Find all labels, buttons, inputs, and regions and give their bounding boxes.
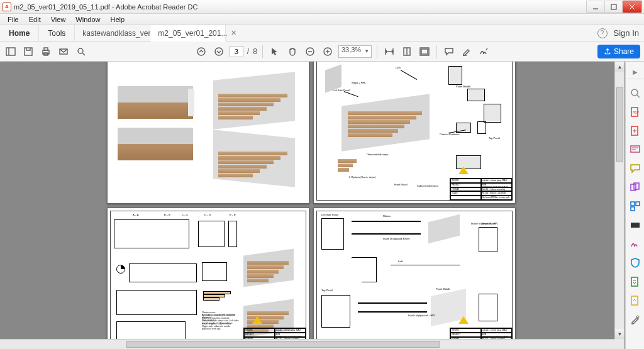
svg-rect-6 (25, 48, 32, 55)
title-block: DESIGNoutside – interior spray 33A'd PRO… (450, 178, 513, 201)
app-tab-bar: Home Tools kastewandklass_ver... m2_05_v… (0, 25, 644, 42)
tools-rail: ▶ PDF (625, 62, 644, 349)
page-number-input[interactable] (230, 46, 243, 57)
work-area: Lath Left Side Panel Steps + HPL Panel M… (0, 62, 644, 349)
email-button[interactable] (57, 45, 70, 58)
sign-button[interactable] (477, 45, 491, 58)
more-tools-icon[interactable] (629, 313, 641, 326)
svg-rect-1 (611, 4, 616, 9)
toolbar-divider (436, 45, 437, 58)
hand-tool-button[interactable] (286, 45, 299, 58)
svg-rect-45 (631, 277, 638, 286)
pointer-tool-button[interactable] (268, 45, 282, 58)
page-grid: Lath Left Side Panel Steps + HPL Panel M… (107, 62, 516, 349)
rail-collapse-button[interactable]: ▶ (626, 65, 644, 79)
fit-width-button[interactable] (382, 45, 396, 58)
create-pdf-icon[interactable] (629, 125, 641, 137)
sign-in-link[interactable]: Sign In (614, 28, 639, 38)
menu-help[interactable]: Help (105, 16, 130, 23)
protect-icon[interactable] (629, 257, 641, 269)
svg-line-30 (637, 95, 640, 97)
page-up-button[interactable] (194, 45, 208, 58)
compress-icon[interactable] (629, 275, 641, 288)
window-title: m2_05_ver01_2019_05_11.pdf - Adobe Acrob… (14, 3, 197, 11)
menu-window[interactable]: Window (70, 16, 105, 23)
scroll-down-arrow[interactable]: ▼ (615, 329, 625, 339)
organize-icon[interactable] (629, 200, 641, 213)
doc-tab-1-label: kastewandklass_ver... (82, 29, 156, 38)
page-separator: / (247, 47, 249, 56)
view-mode-button[interactable] (418, 45, 431, 58)
combine-icon[interactable] (629, 181, 641, 194)
horizontal-scroll-thumb[interactable] (126, 341, 440, 348)
sign-icon[interactable] (629, 238, 641, 250)
page-total: 8 (253, 47, 257, 56)
doc-tab-2-label: m2_05_ver01_201... (158, 29, 227, 38)
share-button[interactable]: Share (597, 45, 640, 58)
tab-home[interactable]: Home (0, 25, 39, 41)
page-down-button[interactable] (212, 45, 226, 58)
svg-rect-8 (44, 48, 48, 50)
search-icon[interactable] (629, 87, 641, 99)
doc-tab-1[interactable]: kastewandklass_ver... (75, 25, 150, 41)
window-titlebar: A m2_05_ver01_2019_05_11.pdf - Adobe Acr… (0, 0, 644, 14)
comment-icon[interactable] (629, 162, 641, 175)
window-minimize-button[interactable] (586, 1, 605, 13)
menu-file[interactable]: File (3, 16, 24, 23)
close-icon[interactable]: ✕ (231, 29, 236, 37)
svg-rect-42 (636, 202, 640, 206)
tab-tools[interactable]: Tools (39, 25, 75, 41)
pdf-page-1 (107, 62, 309, 204)
comment-button[interactable] (442, 45, 456, 58)
menu-edit[interactable]: Edit (24, 16, 46, 23)
menubar: File Edit View Window Help (0, 14, 644, 25)
svg-point-11 (78, 48, 83, 53)
chevron-down-icon: ▼ (364, 48, 369, 54)
print-button[interactable] (39, 45, 53, 58)
svg-line-12 (82, 53, 85, 55)
svg-rect-43 (631, 207, 635, 211)
fit-page-button[interactable] (400, 45, 414, 58)
vertical-scrollbar[interactable]: ▲ ▼ (614, 62, 625, 339)
toolbar-divider (262, 45, 263, 58)
svg-point-29 (631, 89, 638, 96)
svg-rect-36 (631, 146, 640, 152)
share-label: Share (614, 47, 634, 56)
svg-point-13 (197, 48, 205, 55)
redact-icon[interactable] (629, 219, 641, 231)
menu-view[interactable]: View (46, 16, 71, 23)
pdf-page-2: Lath Left Side Panel Steps + HPL Panel M… (313, 62, 516, 204)
svg-rect-27 (421, 49, 428, 54)
horizontal-scrollbar[interactable] (0, 339, 614, 349)
save-button[interactable] (21, 45, 35, 58)
scroll-corner (614, 339, 625, 349)
toolbar-divider (377, 45, 377, 58)
svg-rect-41 (631, 202, 635, 206)
send-icon[interactable] (629, 294, 641, 307)
svg-rect-46 (631, 296, 638, 305)
document-canvas[interactable]: Lath Left Side Panel Steps + HPL Panel M… (0, 62, 625, 349)
sidebar-toggle-button[interactable] (4, 45, 18, 58)
share-icon (604, 48, 611, 55)
window-maximize-button[interactable] (604, 1, 623, 13)
pdf-page-3: A – A B – B C – C D – D E – E All subcon… (107, 208, 309, 349)
pdf-icon: A (3, 3, 11, 11)
zoom-in-button[interactable] (321, 45, 335, 58)
highlight-button[interactable] (460, 45, 474, 58)
edit-pdf-icon[interactable] (629, 143, 641, 156)
toolbar: / 8 33,3% ▼ Share (0, 42, 644, 62)
pdf-page-4: Left Side Panel Ribbon Inside of plywood… (313, 208, 516, 349)
doc-tab-2[interactable]: m2_05_ver01_201... ✕ (150, 25, 226, 42)
svg-rect-44 (631, 223, 640, 228)
vertical-scroll-thumb[interactable] (616, 87, 623, 162)
help-icon[interactable]: ? (597, 28, 608, 38)
svg-point-14 (215, 48, 223, 55)
svg-marker-15 (272, 48, 277, 55)
export-pdf-icon[interactable]: PDF (629, 106, 641, 118)
scroll-up-arrow[interactable]: ▲ (615, 62, 625, 72)
svg-text:PDF: PDF (633, 111, 639, 114)
zoom-out-button[interactable] (303, 45, 317, 58)
search-button[interactable] (74, 45, 88, 58)
window-close-button[interactable] (623, 1, 641, 13)
svg-rect-4 (6, 48, 15, 55)
